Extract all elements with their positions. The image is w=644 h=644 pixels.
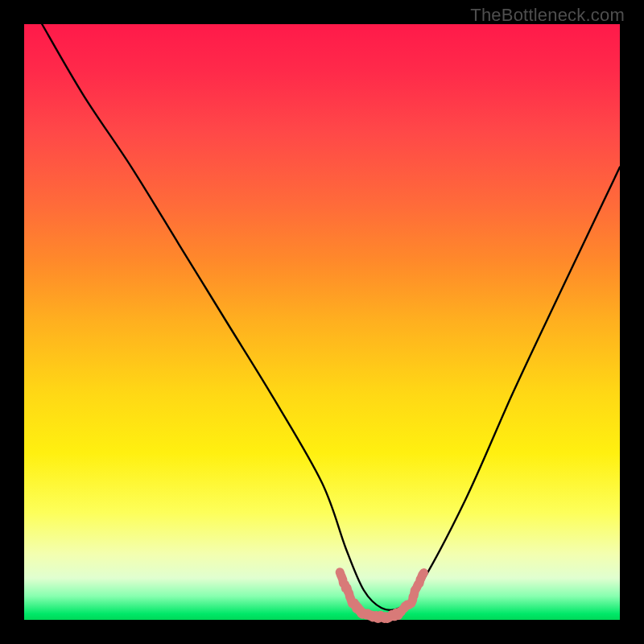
chart-gradient-background: [24, 24, 620, 620]
watermark-text: TheBottleneck.com: [470, 5, 625, 26]
